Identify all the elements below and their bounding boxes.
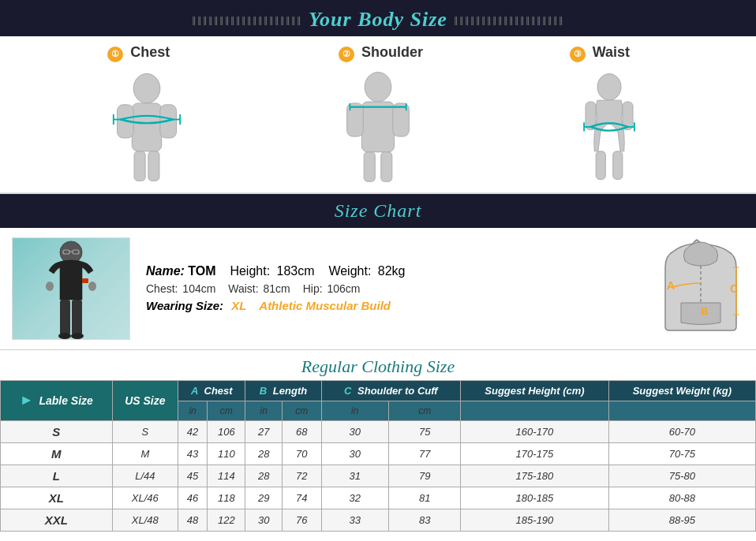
table-row: M M 43 110 28 70 30 77 170-175 70-75	[1, 442, 756, 465]
cell-b-cm: 74	[282, 487, 321, 509]
model-hip-value: 106cm	[327, 282, 360, 295]
clothing-size-title-text: Regular Clothing Size	[301, 356, 455, 376]
chest-text: Chest	[130, 44, 170, 60]
svg-rect-1	[133, 103, 163, 151]
cell-a-in: 46	[178, 487, 208, 509]
svg-point-10	[365, 72, 391, 102]
cell-b-in: 29	[245, 487, 282, 509]
cell-label: XL	[1, 487, 113, 509]
cell-a-cm: 118	[208, 487, 245, 509]
cell-a-in: 48	[178, 509, 208, 531]
cell-a-cm: 122	[208, 509, 245, 531]
cell-us: M	[112, 442, 178, 465]
model-name-row: Name: TOM Height: 183cm Weight: 82kg	[146, 264, 642, 278]
model-hip-label: Hip:	[303, 282, 323, 295]
svg-point-36	[58, 333, 71, 339]
table-row: XXL XL/48 48 122 30 76 33 83 185-190 88-…	[1, 509, 756, 531]
svg-rect-15	[381, 151, 392, 181]
model-wearing: Wearing Size: XL Athletic Muscular Build	[146, 299, 642, 312]
cell-label: S	[1, 420, 113, 442]
svg-text:B: B	[701, 305, 708, 317]
th-suggest-weight: Suggest Weight (kg)	[608, 380, 755, 401]
cell-label: M	[1, 442, 113, 465]
th-us-size: US Size	[112, 380, 178, 420]
cell-a-in: 45	[178, 465, 208, 487]
table-row: XL XL/46 46 118 29 74 32 81 180-185 80-8…	[1, 487, 756, 509]
svg-rect-14	[364, 151, 375, 181]
cell-c-in: 33	[321, 509, 389, 531]
cell-b-in: 28	[245, 465, 282, 487]
model-measurements: Chest: 104cm Waist: 81cm Hip: 106cm	[146, 282, 642, 295]
cell-a-cm: 106	[208, 420, 245, 442]
cell-c-cm: 75	[389, 420, 461, 442]
cell-b-cm: 72	[282, 465, 321, 487]
waist-figure-svg	[546, 66, 672, 185]
th-c-in: in	[321, 401, 389, 420]
waist-text: Waist	[593, 44, 630, 60]
cell-c-cm: 77	[389, 442, 461, 465]
th-height-blank	[461, 401, 609, 420]
table-header-row: ► Lable Size US Size A Chest B Length C …	[1, 380, 756, 401]
model-name-value: TOM	[188, 264, 215, 278]
chest-label: ① Chest	[84, 44, 170, 62]
svg-point-18	[597, 73, 621, 100]
model-height-label: Height:	[230, 264, 270, 278]
measurement-chest: ① Chest	[84, 44, 210, 185]
cell-us: S	[112, 420, 178, 442]
cell-weight: 80-88	[608, 487, 755, 509]
cell-weight: 75-80	[608, 465, 755, 487]
model-waist-value: 81cm	[264, 282, 290, 295]
model-chest-value: 104cm	[182, 282, 215, 295]
jacket-diagram-container: A C B	[657, 236, 744, 341]
svg-text:A: A	[667, 279, 675, 292]
cell-c-cm: 79	[389, 465, 461, 487]
waist-label: ③ Waist	[546, 44, 630, 62]
model-waist-label: Waist:	[228, 282, 258, 295]
measurement-section: ① Chest ② Sh	[0, 36, 756, 194]
th-chest: A Chest	[178, 380, 245, 401]
th-suggest-height: Suggest Height (cm)	[461, 380, 609, 401]
cell-c-in: 30	[321, 420, 389, 442]
svg-point-37	[71, 333, 84, 339]
model-wearing-build: Athletic Muscular Build	[259, 299, 391, 312]
size-table-container: ► Lable Size US Size A Chest B Length C …	[0, 380, 756, 532]
cell-height: 185-190	[461, 509, 609, 531]
model-section: Name: TOM Height: 183cm Weight: 82kg Che…	[0, 228, 756, 350]
shoulder-figure-svg	[315, 66, 441, 185]
cell-a-in: 42	[178, 420, 208, 442]
waist-figure	[546, 66, 672, 185]
cell-b-in: 28	[245, 442, 282, 465]
cell-weight: 60-70	[608, 420, 755, 442]
th-c-cm: cm	[389, 401, 461, 420]
th-a-cm: cm	[208, 401, 245, 420]
size-table: ► Lable Size US Size A Chest B Length C …	[0, 380, 756, 532]
model-wearing-label: Wearing Size:	[146, 299, 223, 312]
th-label-size: ► Lable Size	[1, 380, 113, 420]
measurement-shoulder: ② Shoulder	[315, 44, 441, 185]
svg-rect-31	[82, 278, 88, 283]
cell-height: 170-175	[461, 442, 609, 465]
cell-c-in: 32	[321, 487, 389, 509]
cell-a-cm: 114	[208, 465, 245, 487]
cell-us: L/44	[112, 465, 178, 487]
cell-us: XL/46	[112, 487, 178, 509]
th-weight-blank	[608, 401, 755, 420]
clothing-size-title: Regular Clothing Size	[0, 350, 756, 380]
svg-point-0	[133, 73, 160, 103]
th-a-in: in	[178, 401, 208, 420]
cell-a-cm: 110	[208, 442, 245, 465]
sizechart-header: Size Chart	[0, 194, 756, 228]
measurement-waist: ③ Waist	[546, 44, 672, 185]
cell-a-in: 43	[178, 442, 208, 465]
shoulder-text: Shoulder	[361, 44, 423, 60]
cell-height: 180-185	[461, 487, 609, 509]
th-length: B Length	[245, 380, 321, 401]
th-b-cm: cm	[282, 401, 321, 420]
chest-figure	[84, 66, 210, 185]
svg-point-34	[46, 282, 54, 291]
waist-number: ③	[570, 47, 586, 62]
cell-c-in: 31	[321, 465, 389, 487]
model-info: Name: TOM Height: 183cm Weight: 82kg Che…	[130, 260, 657, 316]
cell-b-cm: 76	[282, 509, 321, 531]
model-height-value: 183cm	[277, 264, 315, 278]
